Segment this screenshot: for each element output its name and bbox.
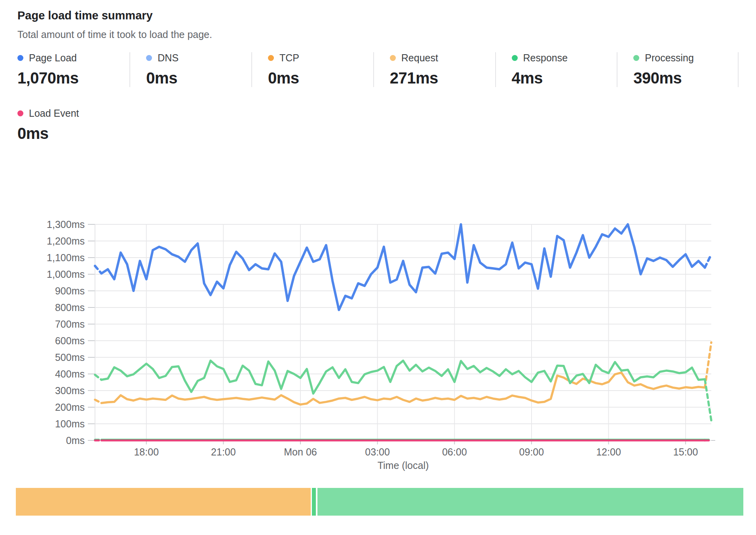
page-title: Page load time summary — [17, 9, 739, 23]
stat-label: Processing — [645, 52, 694, 64]
y-tick-label: 1,200ms — [47, 235, 85, 247]
stat-value: 0ms — [146, 69, 251, 87]
stat-request[interactable]: Request 271ms — [373, 52, 495, 87]
y-tick-label: 900ms — [55, 285, 85, 296]
series-page-load-line — [95, 224, 711, 310]
stat-response[interactable]: Response 4ms — [495, 52, 617, 87]
stat-value: 0ms — [268, 69, 373, 87]
stat-value: 4ms — [512, 69, 617, 87]
x-tick-label: 09:00 — [519, 446, 544, 457]
stat-page-load[interactable]: Page Load 1,070ms — [17, 52, 129, 87]
load-event-dot-icon — [17, 110, 23, 116]
x-tick-label: 12:00 — [596, 446, 621, 457]
y-tick-label: 800ms — [55, 302, 85, 313]
y-tick-label: 300ms — [55, 385, 85, 396]
legend-stats-row-2: Load Event 0ms — [17, 108, 739, 142]
x-tick-label: Mon 06 — [284, 446, 317, 457]
stat-label: TCP — [279, 52, 299, 64]
stat-processing[interactable]: Processing 390ms — [617, 52, 739, 87]
status-bar-segment-request-portion — [16, 488, 311, 516]
x-tick-label: 21:00 — [211, 446, 236, 457]
gridlines — [88, 224, 715, 444]
y-tick-label: 200ms — [55, 402, 85, 413]
request-dot-icon — [390, 55, 396, 61]
processing-dot-icon — [633, 55, 639, 61]
tcp-dot-icon — [268, 55, 274, 61]
chart-header: Page load time summary Total amount of t… — [17, 9, 739, 40]
stat-dns[interactable]: DNS 0ms — [129, 52, 251, 87]
y-tick-label: 1,300ms — [47, 219, 85, 230]
stat-load-event[interactable]: Load Event 0ms — [17, 108, 132, 142]
y-tick-label: 1,100ms — [47, 252, 85, 263]
y-tick-label: 700ms — [55, 319, 85, 330]
stat-label: Load Event — [29, 108, 79, 119]
stat-label: DNS — [158, 52, 179, 64]
stat-label: Response — [523, 52, 568, 64]
y-tick-label: 100ms — [55, 418, 85, 429]
status-bar — [16, 488, 743, 516]
y-tick-label: 500ms — [55, 352, 85, 363]
y-tick-label: 600ms — [55, 335, 85, 346]
stat-value: 1,070ms — [17, 69, 129, 87]
x-axis-title: Time (local) — [378, 460, 429, 471]
stat-value: 271ms — [390, 69, 495, 87]
timeseries-chart[interactable]: 0ms100ms200ms300ms400ms500ms600ms700ms80… — [0, 171, 756, 481]
dns-dot-icon — [146, 55, 152, 61]
status-bar-segment-processing-portion — [317, 488, 743, 516]
stat-label: Request — [401, 52, 438, 64]
response-dot-icon — [512, 55, 518, 61]
x-tick-label: 06:00 — [442, 446, 467, 457]
stat-tcp[interactable]: TCP 0ms — [251, 52, 373, 87]
axis-labels: 0ms100ms200ms300ms400ms500ms600ms700ms80… — [47, 219, 698, 471]
legend-stats-row: Page Load 1,070ms DNS 0ms TCP 0ms Reques… — [17, 52, 739, 87]
x-tick-label: 18:00 — [134, 446, 159, 457]
x-tick-label: 03:00 — [365, 446, 390, 457]
stat-label: Page Load — [29, 52, 77, 64]
page-load-dot-icon — [17, 55, 23, 61]
y-tick-label: 1,000ms — [47, 269, 85, 280]
stat-value: 390ms — [633, 69, 738, 87]
stat-value: 0ms — [17, 125, 132, 142]
series-request-line — [95, 342, 711, 404]
status-bar-segment-divider-sliver — [312, 488, 316, 516]
page-subtitle: Total amount of time it took to load the… — [17, 29, 739, 40]
x-tick-label: 15:00 — [673, 446, 698, 457]
y-tick-label: 400ms — [55, 368, 85, 379]
y-tick-label: 0ms — [66, 435, 85, 446]
